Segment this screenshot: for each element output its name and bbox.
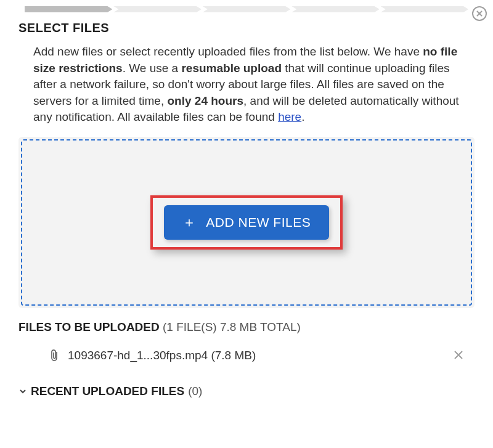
recent-uploaded-toggle[interactable]: RECENT UPLOADED FILES (0) [18, 385, 475, 398]
intro-b3: only 24 hours [168, 94, 244, 107]
dropzone[interactable]: ＋ ADD NEW FILES [21, 139, 472, 306]
files-to-upload-heading: FILES TO BE UPLOADED (1 FILE(S) 7.8 MB T… [18, 320, 475, 334]
intro-t1: Add new files or select recently uploade… [33, 45, 423, 58]
close-icon [476, 9, 483, 18]
file-name: 1093667-hd_1...30fps.mp4 (7.8 MB) [68, 349, 442, 362]
intro-t2: . We use a [123, 62, 182, 75]
dropzone-container: ＋ ADD NEW FILES [18, 137, 475, 308]
progress-step-5 [381, 6, 468, 12]
intro-link-here[interactable]: here [278, 110, 301, 123]
chevron-down-icon [18, 387, 27, 396]
intro-text: Add new files or select recently uploade… [18, 44, 475, 126]
progress-step-3 [203, 6, 290, 12]
file-size: (7.8 MB) [211, 349, 256, 362]
files-to-upload-summary: (1 FILE(S) 7.8 MB TOTAL) [163, 320, 301, 333]
paperclip-icon [49, 349, 59, 362]
progress-step-2 [113, 6, 201, 12]
recent-label: RECENT UPLOADED FILES [31, 385, 184, 398]
section-title: SELECT FILES [18, 21, 475, 35]
close-button[interactable] [472, 6, 487, 21]
intro-b2: resumable upload [181, 62, 282, 75]
progress-step-1 [25, 6, 112, 12]
intro-t5: . [301, 110, 304, 123]
recent-count: (0) [188, 385, 202, 398]
remove-file-button[interactable] [442, 349, 475, 362]
file-row: 1093667-hd_1...30fps.mp4 (7.8 MB) [18, 344, 475, 367]
file-name-text: 1093667-hd_1...30fps.mp4 [68, 349, 208, 362]
plus-icon: ＋ [182, 216, 197, 229]
progress-bar [0, 0, 493, 21]
add-button-label: ADD NEW FILES [206, 215, 311, 230]
files-to-upload-label: FILES TO BE UPLOADED [18, 320, 160, 333]
progress-step-4 [291, 6, 379, 12]
close-icon [454, 348, 463, 363]
add-new-files-button[interactable]: ＋ ADD NEW FILES [164, 205, 329, 240]
highlight-box: ＋ ADD NEW FILES [150, 195, 343, 250]
